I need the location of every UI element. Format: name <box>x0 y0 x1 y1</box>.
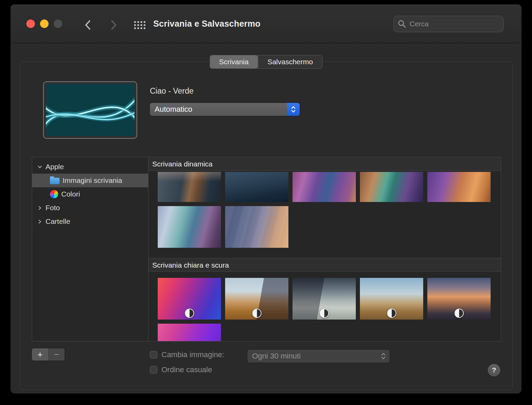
light-dark-badge-icon <box>252 309 261 318</box>
change-image-checkbox[interactable] <box>150 351 157 359</box>
chevron-left-icon <box>83 19 92 31</box>
random-order-label: Ordine casuale <box>161 365 212 374</box>
chevron-right-icon <box>110 19 118 31</box>
sidebar-item-immagini-scrivania[interactable]: Immagini scrivania <box>32 174 148 187</box>
popup-stepper-icon <box>377 350 390 363</box>
sidebar-group-label: Cartelle <box>46 217 70 226</box>
sidebar-group-apple[interactable]: Apple <box>32 160 148 174</box>
section-light-dark: Scrivania chiara e scura <box>148 258 501 341</box>
interval-value: Ogni 30 minuti <box>247 352 377 361</box>
wallpaper-preview-image <box>46 84 134 136</box>
light-dark-badge-icon <box>185 309 194 318</box>
light-dark-badge-icon <box>387 309 396 318</box>
help-button[interactable]: ? <box>488 364 500 376</box>
wallpaper-thumb-colorful-berry[interactable] <box>158 324 221 341</box>
wallpaper-thumb-white-pinnacle-2[interactable] <box>293 278 356 320</box>
search-input[interactable] <box>393 16 504 32</box>
change-image-row: Cambia immagine: <box>150 350 224 359</box>
sidebar-group-cartelle[interactable]: Cartelle <box>32 215 148 228</box>
wallpaper-thumb-big-sur-graphic[interactable] <box>158 278 221 320</box>
appearance-mode-value: Automatico <box>150 105 287 114</box>
minimize-button[interactable] <box>40 19 49 28</box>
color-wheel-icon <box>50 190 58 198</box>
chevron-right-icon[interactable] <box>37 205 42 211</box>
sidebar-group-label: Foto <box>46 204 60 212</box>
tab-salvaschermo[interactable]: Salvaschermo <box>258 55 322 68</box>
close-button[interactable] <box>26 19 35 28</box>
sidebar-item-colori[interactable]: Colori <box>32 187 148 201</box>
popup-stepper-icon <box>287 103 300 116</box>
wallpaper-thumb-white-pinnacle-4[interactable] <box>427 278 491 320</box>
wallpaper-thumb-painted-dunes[interactable] <box>427 172 491 202</box>
wallpaper-thumb-white-pinnacle-3[interactable] <box>360 278 423 320</box>
window-title: Scrivania e Salvaschermo <box>153 4 260 43</box>
section-title: Scrivania dinamica <box>148 157 501 171</box>
wallpaper-thumb-painted-beach[interactable] <box>158 206 221 248</box>
chevron-right-icon[interactable] <box>37 219 42 224</box>
tab-scrivania[interactable]: Scrivania <box>210 55 258 68</box>
dynamic-thumbs-row <box>148 171 501 258</box>
wallpaper-thumb-painted-peninsula[interactable] <box>360 172 423 202</box>
wallpaper-browser: Apple Immagini scrivania Colori Foto <box>32 157 501 341</box>
interval-select[interactable]: Ogni 30 minuti <box>247 350 390 363</box>
section-title: Scrivania chiara e scura <box>148 258 501 272</box>
wallpaper-thumb-white-pinnacle-1[interactable] <box>225 278 288 320</box>
folder-icon <box>50 178 60 184</box>
add-folder-button[interactable]: + <box>32 348 48 361</box>
wallpaper-thumb-gradient-sky[interactable] <box>225 206 288 248</box>
titlebar: Scrivania e Salvaschermo <box>11 4 521 43</box>
random-order-row: Ordine casuale <box>150 365 212 374</box>
appearance-mode-select[interactable]: Automatico <box>150 103 300 116</box>
hello-green-artwork <box>46 84 134 136</box>
add-remove-group: + − <box>32 348 65 361</box>
traffic-lights <box>26 19 62 28</box>
section-dynamic: Scrivania dinamica <box>148 157 501 258</box>
sidebar-item-label: Colori <box>61 190 80 198</box>
sidebar-item-label: Immagini scrivania <box>63 176 122 185</box>
wallpaper-grid: Scrivania dinamica Scrivania chiara e sc… <box>148 157 501 341</box>
wallpaper-thumb-catalina-night[interactable] <box>225 172 288 202</box>
random-order-checkbox[interactable] <box>150 366 157 374</box>
search-field[interactable] <box>393 16 504 32</box>
wallpaper-preview <box>43 81 137 139</box>
forward-button[interactable] <box>107 18 121 32</box>
source-sidebar: Apple Immagini scrivania Colori Foto <box>32 157 148 341</box>
sidebar-group-foto[interactable]: Foto <box>32 201 148 215</box>
remove-folder-button[interactable]: − <box>48 348 65 361</box>
tab-bar: Scrivania Salvaschermo <box>209 55 322 69</box>
wallpaper-thumb-catalina-dawn[interactable] <box>158 172 221 202</box>
search-icon <box>398 19 406 28</box>
sidebar-group-label: Apple <box>46 163 64 171</box>
chevron-down-icon[interactable] <box>37 164 42 170</box>
change-image-label: Cambia immagine: <box>161 350 224 359</box>
show-all-grid-icon[interactable] <box>133 20 145 29</box>
light-dark-badge-icon <box>454 309 464 318</box>
preferences-window: Scrivania e Salvaschermo Scrivania Salva… <box>10 4 522 394</box>
light-dark-badge-icon <box>320 309 329 318</box>
zoom-button <box>54 19 62 28</box>
wallpaper-thumb-painted-cliffs[interactable] <box>293 172 356 202</box>
light-dark-thumbs-row <box>148 272 501 341</box>
wallpaper-name-label: Ciao - Verde <box>150 86 194 96</box>
back-button[interactable] <box>81 18 94 32</box>
